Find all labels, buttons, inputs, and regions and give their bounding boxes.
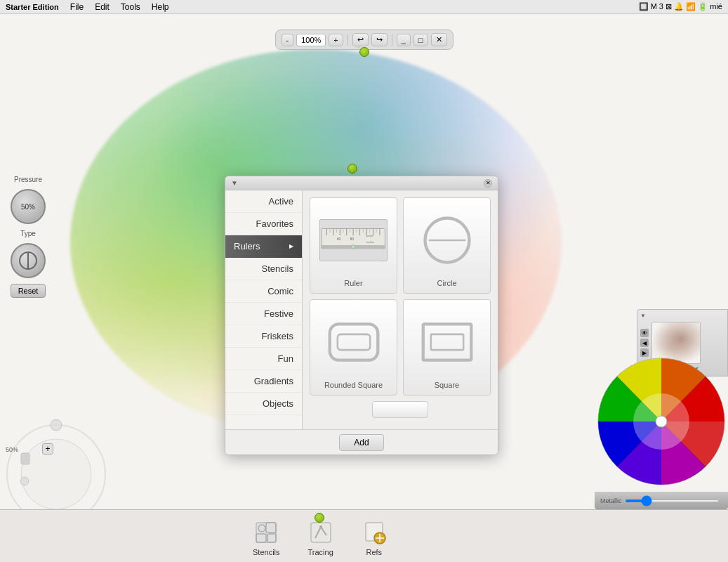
svg-text:40: 40 [337,237,341,241]
tracing-label: Tracing [308,548,333,556]
svg-point-36 [21,439,91,509]
app-name: Starter Edition [6,3,59,11]
window-controls: 🔲 M 3 ⊠ 🔔 📶 🔋 mié [639,2,722,11]
svg-point-25 [352,244,356,249]
sidebar-item-fun[interactable]: Fun [225,348,302,370]
svg-rect-38 [21,453,29,464]
svg-text:80: 80 [350,237,355,241]
bottom-tool-stencils[interactable]: Stencils [239,514,294,562]
dialog-dropdown-icon[interactable]: ▼ [231,179,238,187]
toolbar-separator-2 [392,34,392,46]
svg-rect-31 [430,334,463,349]
svg-rect-29 [337,334,369,349]
type-knob[interactable] [11,243,46,278]
minimize-button[interactable]: _ [397,34,411,46]
metallic-range[interactable] [625,499,720,502]
stencil-wheel-svg [0,369,140,509]
stencil-circle[interactable]: Circle [403,197,491,294]
ruler-label: Ruler [344,279,362,287]
type-label: Type [20,230,36,237]
toolbar-bottom-connector [359,47,369,57]
refs-icon [362,520,387,545]
undo-button[interactable]: ↩ [352,33,369,46]
maximize-button[interactable]: □ [413,34,428,46]
bottom-percent: 50% [6,446,18,453]
dialog-titlebar: ▼ ✕ [225,176,498,190]
zoom-plus-button[interactable]: + [329,34,343,46]
zoom-minus-button[interactable]: - [281,34,293,46]
tracing-icon [308,520,333,545]
menubar-right: 🔲 M 3 ⊠ 🔔 📶 🔋 mié [639,2,722,11]
bottom-toolbar: Stencils Tracing [0,509,728,562]
pressure-label: Pressure [14,176,42,183]
menu-edit[interactable]: Edit [95,2,110,12]
ruler-preview: 40 80 pixels inches [316,204,391,276]
sidebar-item-rulers[interactable]: Rulers [225,235,302,258]
partial-stencil [372,401,428,418]
canvas-area[interactable]: - 100% + ↩ ↪ _ □ ✕ Pressure 50% Type Res… [0,14,728,562]
left-panel: Pressure 50% Type Reset [0,176,56,298]
sidebar-item-festive[interactable]: Festive [225,303,302,325]
menu-file[interactable]: File [70,2,84,12]
rounded-square-label: Rounded Square [324,381,383,389]
zoom-level: 100% [296,34,326,46]
reset-button[interactable]: Reset [11,284,46,298]
redo-button[interactable]: ↪ [371,33,388,46]
dialog-footer: Add [225,429,498,455]
circle-preview [409,204,484,276]
metallic-slider[interactable]: Metallic [595,492,728,509]
square-preview [409,306,484,378]
svg-point-39 [20,477,29,485]
menu-help[interactable]: Help [152,2,169,12]
dialog-content: 40 80 pixels inches Ruler [303,190,498,429]
pressure-value: 50% [21,203,35,211]
plus-button[interactable]: + [42,443,53,455]
circle-label: Circle [437,279,456,287]
menu-tools[interactable]: Tools [121,2,140,12]
sidebar-item-objects[interactable]: Objects [225,393,302,415]
close-button[interactable]: ✕ [431,33,447,46]
dialog-sidebar: Active Favorites Rulers Stencils Comic F… [225,190,303,429]
layer-eye-icon[interactable]: 👁 [640,329,649,337]
layer-header: ▼ [640,313,724,319]
stencils-icon [253,520,279,545]
toolbar-separator-1 [348,34,348,46]
stencil-square[interactable]: Square [403,299,491,396]
svg-point-46 [319,525,322,528]
color-wheel[interactable]: Metallic [595,355,728,509]
close-icon: ✕ [486,180,491,186]
stencil-ruler[interactable]: 40 80 pixels inches Ruler [310,197,397,294]
layer-arrow-left[interactable]: ◀ [640,339,649,347]
sidebar-item-friskets[interactable]: Friskets [225,325,302,348]
menubar: Starter Edition File Edit Tools Help 🔲 M… [0,0,728,14]
rounded-square-preview [316,306,391,378]
pressure-knob[interactable]: 50% [11,189,46,224]
stencil-rounded-square[interactable]: Rounded Square [310,299,397,396]
svg-point-37 [51,419,62,431]
sidebar-item-active[interactable]: Active [225,190,302,213]
sidebar-item-stencils[interactable]: Stencils [225,258,302,280]
svg-text:inches: inches [366,241,374,244]
bottom-tool-refs[interactable]: Refs [348,514,401,562]
metallic-label: Metallic [600,497,622,504]
color-wheel-svg[interactable] [595,355,728,488]
add-button[interactable]: Add [339,434,383,451]
refs-label: Refs [366,548,383,556]
sidebar-item-comic[interactable]: Comic [225,280,302,303]
stencils-dialog: ▼ ✕ Active Favorites Rulers Stencils [225,176,498,455]
stencil-viewer: 50% + [0,369,140,509]
svg-text:pixels: pixels [366,234,373,237]
stencils-label: Stencils [253,548,280,556]
sidebar-item-gradients[interactable]: Gradients [225,370,302,393]
dialog-close-button[interactable]: ✕ [484,179,492,188]
layer-dropdown-icon[interactable]: ▼ [640,313,646,319]
dialog-body: Active Favorites Rulers Stencils Comic F… [225,190,498,429]
svg-point-34 [656,416,667,427]
square-label: Square [435,381,459,389]
sidebar-item-favorites[interactable]: Favorites [225,213,302,235]
dialog-connector-dot [348,164,357,174]
